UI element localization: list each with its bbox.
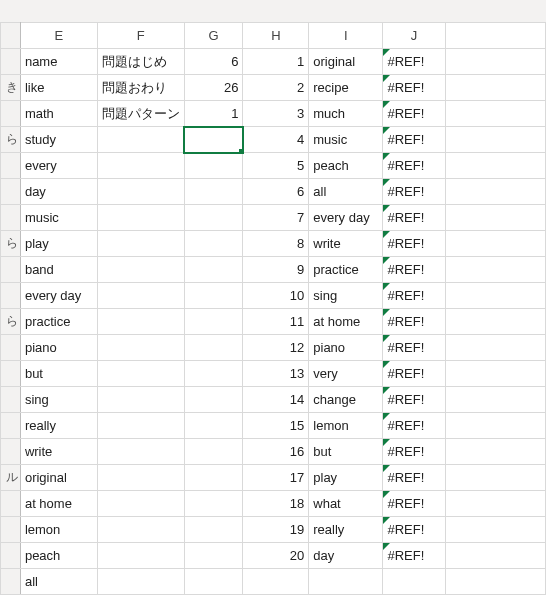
cell[interactable]: 1: [184, 101, 243, 127]
cell[interactable]: [445, 387, 545, 413]
grid-row[interactable]: every5peach#REF!: [1, 153, 546, 179]
cell[interactable]: what: [309, 491, 383, 517]
grid-row[interactable]: write16but#REF!: [1, 439, 546, 465]
cell[interactable]: 16: [243, 439, 309, 465]
grid-row[interactable]: らpractice11at home#REF!: [1, 309, 546, 335]
row-header-stub[interactable]: [1, 569, 21, 595]
cell[interactable]: write: [309, 231, 383, 257]
cell-error[interactable]: #REF!: [383, 153, 445, 179]
row-header-stub[interactable]: [1, 205, 21, 231]
row-header-stub[interactable]: [1, 335, 21, 361]
cell[interactable]: 17: [243, 465, 309, 491]
cell[interactable]: 6: [243, 179, 309, 205]
cell[interactable]: music: [20, 205, 97, 231]
cell[interactable]: at home: [20, 491, 97, 517]
cell[interactable]: [445, 153, 545, 179]
grid-row[interactable]: music7every day#REF!: [1, 205, 546, 231]
cell[interactable]: [445, 439, 545, 465]
cell[interactable]: [445, 569, 545, 595]
cell[interactable]: [184, 127, 243, 153]
col-header-I[interactable]: I: [309, 23, 383, 49]
row-header-stub[interactable]: [1, 283, 21, 309]
cell[interactable]: 2: [243, 75, 309, 101]
cell[interactable]: [445, 335, 545, 361]
cell[interactable]: every: [20, 153, 97, 179]
cell[interactable]: [97, 569, 184, 595]
grid-row[interactable]: piano12piano#REF!: [1, 335, 546, 361]
cell[interactable]: [97, 179, 184, 205]
cell-error[interactable]: #REF!: [383, 543, 445, 569]
cell[interactable]: piano: [20, 335, 97, 361]
grid-row[interactable]: きlike問題おわり262recipe#REF!: [1, 75, 546, 101]
cell[interactable]: [184, 309, 243, 335]
grid-row[interactable]: sing14change#REF!: [1, 387, 546, 413]
cell[interactable]: [309, 569, 383, 595]
cell[interactable]: [445, 491, 545, 517]
cell[interactable]: [184, 439, 243, 465]
cell[interactable]: [445, 127, 545, 153]
col-header-F[interactable]: F: [97, 23, 184, 49]
grid-row[interactable]: lemon19really#REF!: [1, 517, 546, 543]
spreadsheet-grid[interactable]: E F G H I J name問題はじめ61original#REF!きlik…: [0, 22, 546, 603]
cell[interactable]: all: [309, 179, 383, 205]
cell[interactable]: but: [20, 361, 97, 387]
cell[interactable]: practice: [309, 257, 383, 283]
row-header-stub[interactable]: [1, 387, 21, 413]
cell[interactable]: study: [20, 127, 97, 153]
cell-error[interactable]: #REF!: [383, 179, 445, 205]
cell[interactable]: lemon: [20, 517, 97, 543]
cell[interactable]: [383, 569, 445, 595]
cell[interactable]: 5: [243, 153, 309, 179]
cell[interactable]: [97, 491, 184, 517]
cell[interactable]: 8: [243, 231, 309, 257]
cell[interactable]: music: [309, 127, 383, 153]
row-header-stub[interactable]: [1, 257, 21, 283]
row-header-stub[interactable]: [1, 49, 21, 75]
grid-row[interactable]: らplay8write#REF!: [1, 231, 546, 257]
cell[interactable]: practice: [20, 309, 97, 335]
cell[interactable]: 10: [243, 283, 309, 309]
cell[interactable]: [97, 309, 184, 335]
cell[interactable]: [184, 517, 243, 543]
cell[interactable]: [184, 153, 243, 179]
cell-error[interactable]: #REF!: [383, 517, 445, 543]
grid-row[interactable]: day6all#REF!: [1, 179, 546, 205]
cell[interactable]: [184, 387, 243, 413]
grid-row[interactable]: band9practice#REF!: [1, 257, 546, 283]
cell[interactable]: like: [20, 75, 97, 101]
row-header-stub[interactable]: き: [1, 75, 21, 101]
cell[interactable]: peach: [20, 543, 97, 569]
cell[interactable]: 14: [243, 387, 309, 413]
cell[interactable]: 9: [243, 257, 309, 283]
col-header-E[interactable]: E: [20, 23, 97, 49]
cell[interactable]: [243, 569, 309, 595]
cell-error[interactable]: #REF!: [383, 413, 445, 439]
cell[interactable]: [445, 309, 545, 335]
cell[interactable]: 20: [243, 543, 309, 569]
cell[interactable]: [184, 283, 243, 309]
row-header-stub[interactable]: [1, 517, 21, 543]
cell-error[interactable]: #REF!: [383, 465, 445, 491]
cell[interactable]: [97, 543, 184, 569]
cell-error[interactable]: #REF!: [383, 75, 445, 101]
cell[interactable]: every day: [309, 205, 383, 231]
cell[interactable]: piano: [309, 335, 383, 361]
cell[interactable]: much: [309, 101, 383, 127]
cell[interactable]: [445, 205, 545, 231]
cell[interactable]: [184, 257, 243, 283]
cell[interactable]: [184, 569, 243, 595]
cell[interactable]: [97, 205, 184, 231]
grid-row[interactable]: all: [1, 569, 546, 595]
cell[interactable]: at home: [309, 309, 383, 335]
cell[interactable]: 26: [184, 75, 243, 101]
row-header-stub[interactable]: [1, 439, 21, 465]
cell[interactable]: [97, 283, 184, 309]
cell[interactable]: play: [20, 231, 97, 257]
cell[interactable]: lemon: [309, 413, 383, 439]
cell[interactable]: [97, 387, 184, 413]
cell[interactable]: sing: [20, 387, 97, 413]
grid-row[interactable]: math問題パターン13much#REF!: [1, 101, 546, 127]
cell-error[interactable]: #REF!: [383, 309, 445, 335]
cell[interactable]: 3: [243, 101, 309, 127]
cell[interactable]: original: [309, 49, 383, 75]
